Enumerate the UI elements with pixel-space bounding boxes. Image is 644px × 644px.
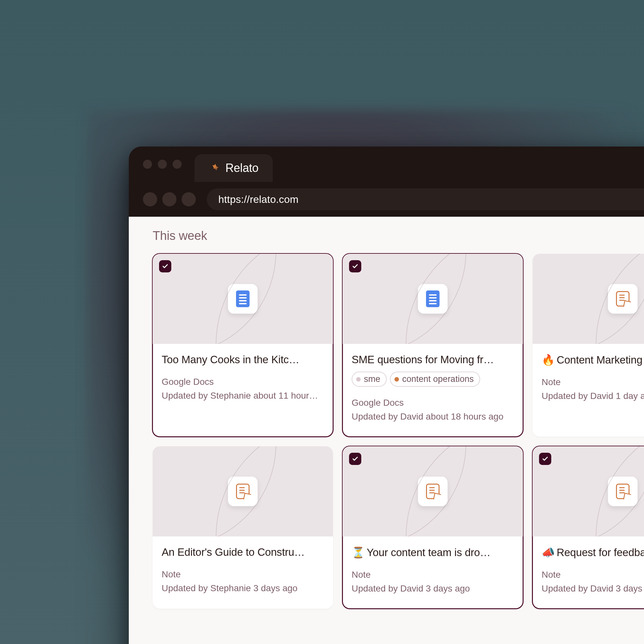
- check-icon[interactable]: [349, 453, 361, 465]
- card-grid: Too Many Cooks in the Kitc…Google DocsUp…: [153, 254, 644, 609]
- google-doc-icon: [228, 284, 258, 314]
- card-updated: Updated by Stephanie 3 days ago: [162, 581, 324, 595]
- browser-window: Relato https://relato.com This week Too …: [129, 147, 644, 644]
- card-body: An Editor's Guide to Constru…NoteUpdated…: [153, 536, 333, 608]
- card-meta: NoteUpdated by David 3 days ago: [542, 568, 644, 596]
- tab-title: Relato: [225, 161, 259, 175]
- url-text: https://relato.com: [218, 194, 298, 205]
- card-source: Note: [542, 375, 644, 389]
- card-updated: Updated by David about 18 hours ago: [352, 410, 514, 423]
- nav-reload-icon[interactable]: [182, 192, 196, 206]
- browser-tab[interactable]: Relato: [194, 154, 273, 182]
- card-updated: Updated by David 1 day ago: [542, 389, 644, 403]
- card-body: Too Many Cooks in the Kitc…Google DocsUp…: [153, 344, 333, 416]
- card-meta: NoteUpdated by David 1 day ago: [542, 375, 644, 403]
- card-source: Note: [542, 568, 644, 582]
- tag-dot-icon: [394, 377, 399, 382]
- check-icon[interactable]: [539, 453, 551, 465]
- tab-bar: Relato: [129, 147, 644, 182]
- card-body: 📣Request for feedbacNoteUpdated by David…: [533, 536, 644, 609]
- title-emoji: 🔥: [542, 354, 555, 366]
- content-card[interactable]: An Editor's Guide to Constru…NoteUpdated…: [153, 446, 333, 609]
- card-title: ⏳Your content team is dro…: [352, 546, 514, 559]
- card-source: Note: [162, 567, 324, 581]
- card-source: Google Docs: [352, 396, 514, 410]
- tag-row: smecontent operations: [352, 372, 514, 387]
- card-meta: Google DocsUpdated by Stephanie about 11…: [162, 375, 324, 403]
- card-updated: Updated by Stephanie about 11 hour…: [162, 389, 324, 403]
- tag-label: sme: [364, 374, 380, 384]
- window-dot[interactable]: [158, 160, 167, 169]
- url-bar[interactable]: https://relato.com: [207, 188, 644, 210]
- card-title: 📣Request for feedbac: [542, 546, 644, 559]
- title-emoji: ⏳: [352, 546, 365, 558]
- note-icon: [608, 284, 638, 314]
- card-title: 🔥Content Marketing J: [542, 354, 644, 366]
- nav-back-icon[interactable]: [143, 192, 157, 206]
- note-icon: [418, 477, 448, 506]
- card-title: An Editor's Guide to Constru…: [162, 546, 324, 558]
- card-thumb: [533, 446, 644, 536]
- window-controls: [143, 160, 182, 169]
- tag-label: content operations: [402, 374, 474, 384]
- card-thumb: [343, 446, 523, 536]
- card-thumb: [343, 254, 523, 344]
- pinwheel-icon: [209, 163, 220, 174]
- content-card[interactable]: SME questions for Moving fr…smecontent o…: [343, 254, 523, 437]
- nav-buttons: [143, 192, 196, 206]
- tag[interactable]: sme: [352, 372, 387, 387]
- card-thumb: [153, 446, 333, 536]
- check-icon[interactable]: [349, 260, 361, 272]
- content-card[interactable]: Too Many Cooks in the Kitc…Google DocsUp…: [153, 254, 333, 437]
- note-icon: [228, 477, 258, 506]
- card-meta: Google DocsUpdated by David about 18 hou…: [352, 396, 514, 424]
- card-meta: NoteUpdated by David 3 days ago: [352, 568, 514, 596]
- card-body: SME questions for Moving fr…smecontent o…: [343, 344, 523, 437]
- check-icon[interactable]: [159, 260, 171, 272]
- title-emoji: 📣: [542, 546, 555, 558]
- card-source: Google Docs: [162, 375, 324, 389]
- nav-bar: https://relato.com: [129, 182, 644, 217]
- note-icon: [608, 477, 638, 506]
- card-updated: Updated by David 3 days ago: [542, 582, 644, 595]
- nav-forward-icon[interactable]: [162, 192, 176, 206]
- card-meta: NoteUpdated by Stephanie 3 days ago: [162, 567, 324, 595]
- page-content: This week Too Many Cooks in the Kitc…Goo…: [129, 217, 644, 644]
- section-title: This week: [153, 229, 644, 243]
- google-doc-icon: [418, 284, 448, 314]
- content-card[interactable]: ⏳Your content team is dro…NoteUpdated by…: [343, 446, 523, 609]
- tag[interactable]: content operations: [390, 372, 480, 387]
- card-body: ⏳Your content team is dro…NoteUpdated by…: [343, 536, 523, 609]
- window-dot[interactable]: [173, 160, 182, 169]
- card-title: SME questions for Moving fr…: [352, 354, 514, 366]
- content-card[interactable]: 📣Request for feedbacNoteUpdated by David…: [533, 446, 644, 609]
- card-thumb: [533, 254, 644, 344]
- window-dot[interactable]: [143, 160, 152, 169]
- card-body: 🔥Content Marketing JNoteUpdated by David…: [533, 344, 644, 416]
- card-source: Note: [352, 568, 514, 582]
- card-thumb: [153, 254, 333, 344]
- tag-dot-icon: [356, 377, 361, 382]
- card-updated: Updated by David 3 days ago: [352, 582, 514, 595]
- card-title: Too Many Cooks in the Kitc…: [162, 354, 324, 366]
- content-card[interactable]: 🔥Content Marketing JNoteUpdated by David…: [533, 254, 644, 437]
